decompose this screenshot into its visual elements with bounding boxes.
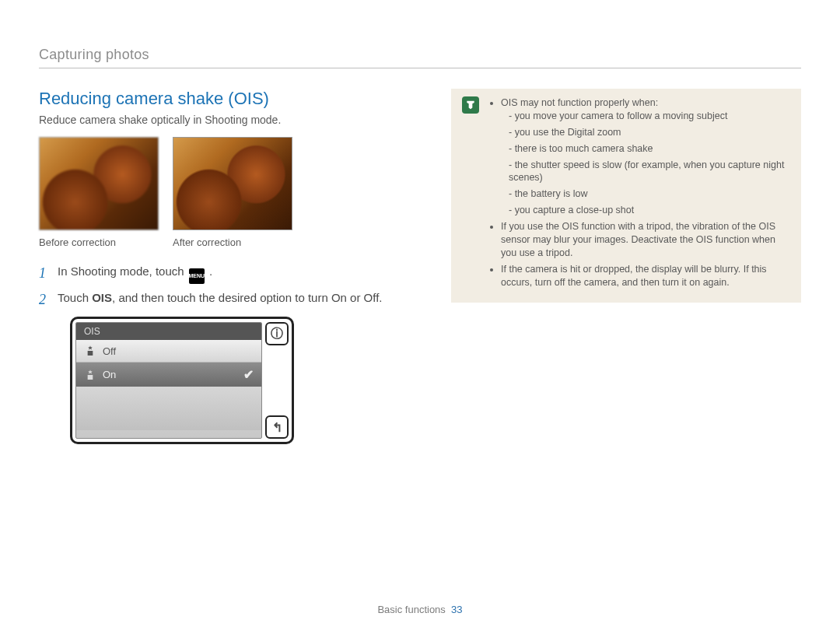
intro-text: Reduce camera shake optically in Shootin… xyxy=(39,114,420,126)
ois-side-buttons: ⓘ ↰ xyxy=(265,322,289,439)
footer-section: Basic functions xyxy=(377,604,445,615)
note-b3: If the camera is hit or dropped, the dis… xyxy=(501,263,787,289)
menu-icon: MENU xyxy=(189,268,205,284)
step-1-post: . xyxy=(206,264,212,278)
note-icon xyxy=(462,96,479,114)
right-column: OIS may not function properly when: you … xyxy=(451,89,801,444)
footer: Basic functions 33 xyxy=(0,604,840,615)
breadcrumb: Capturing photos xyxy=(39,47,801,63)
ois-panel: OIS Off On ✔ xyxy=(70,317,294,444)
checkmark-icon: ✔ xyxy=(243,367,254,382)
note-content: OIS may not function properly when: you … xyxy=(487,96,787,292)
photo-after xyxy=(173,137,292,230)
content-columns: Reducing camera shake (OIS) Reduce camer… xyxy=(39,89,801,444)
step-2-post: , and then touch the desired option to t… xyxy=(112,291,382,304)
photo-before xyxy=(39,137,159,230)
ois-on-icon xyxy=(84,369,96,381)
note-b1-sublist: you move your camera to follow a moving … xyxy=(501,110,787,217)
ois-list: OIS Off On ✔ xyxy=(75,322,262,439)
caption-after: After correction xyxy=(173,236,292,248)
divider xyxy=(39,68,801,68)
note-panel: OIS may not function properly when: you … xyxy=(451,89,801,303)
step-1-text: In Shooting mode, touch MENU . xyxy=(58,264,212,284)
ois-title: OIS xyxy=(76,323,261,340)
photo-after-block: After correction xyxy=(173,137,292,248)
page: Capturing photos Reducing camera shake (… xyxy=(0,0,840,634)
step-1: 1 In Shooting mode, touch MENU . xyxy=(39,264,420,284)
ois-item-on[interactable]: On ✔ xyxy=(76,363,261,387)
ois-item-off[interactable]: Off xyxy=(76,340,261,363)
step-2-bold: OIS xyxy=(92,291,112,304)
note-b1-item: you use the Digital zoom xyxy=(509,126,787,139)
photo-before-block: Before correction xyxy=(39,137,159,248)
step-2-pre: Touch xyxy=(58,291,92,304)
ois-spacer xyxy=(76,387,261,430)
step-2: 2 Touch OIS, and then touch the desired … xyxy=(39,290,420,309)
note-b1-item: there is too much camera shake xyxy=(509,142,787,156)
ois-off-icon xyxy=(84,345,96,357)
note-b1-text: OIS may not function properly when: xyxy=(501,97,658,108)
note-b1: OIS may not function properly when: you … xyxy=(501,96,787,217)
steps: 1 In Shooting mode, touch MENU . 2 Touch… xyxy=(39,264,420,309)
caption-before: Before correction xyxy=(39,236,159,248)
photo-comparison: Before correction After correction xyxy=(39,137,420,248)
step-number: 1 xyxy=(39,264,50,284)
page-title: Reducing camera shake (OIS) xyxy=(39,89,420,109)
step-1-pre: In Shooting mode, touch xyxy=(58,264,187,278)
ois-panel-inner: OIS Off On ✔ xyxy=(75,322,289,439)
note-b2: If you use the OIS function with a tripo… xyxy=(501,220,787,260)
note-b1-item: the shutter speed is slow (for example, … xyxy=(509,159,787,185)
info-button[interactable]: ⓘ xyxy=(265,322,289,345)
ois-off-label: Off xyxy=(103,345,116,357)
note-b1-item: the battery is low xyxy=(509,187,787,201)
note-b1-item: you capture a close-up shot xyxy=(509,204,787,217)
step-2-text: Touch OIS, and then touch the desired op… xyxy=(58,290,383,309)
note-list: OIS may not function properly when: you … xyxy=(487,96,787,289)
step-number: 2 xyxy=(39,290,50,309)
ois-on-label: On xyxy=(103,369,116,380)
left-column: Reducing camera shake (OIS) Reduce camer… xyxy=(39,89,420,444)
footer-page: 33 xyxy=(451,604,462,615)
back-button[interactable]: ↰ xyxy=(265,415,289,439)
note-b1-item: you move your camera to follow a moving … xyxy=(509,110,787,123)
